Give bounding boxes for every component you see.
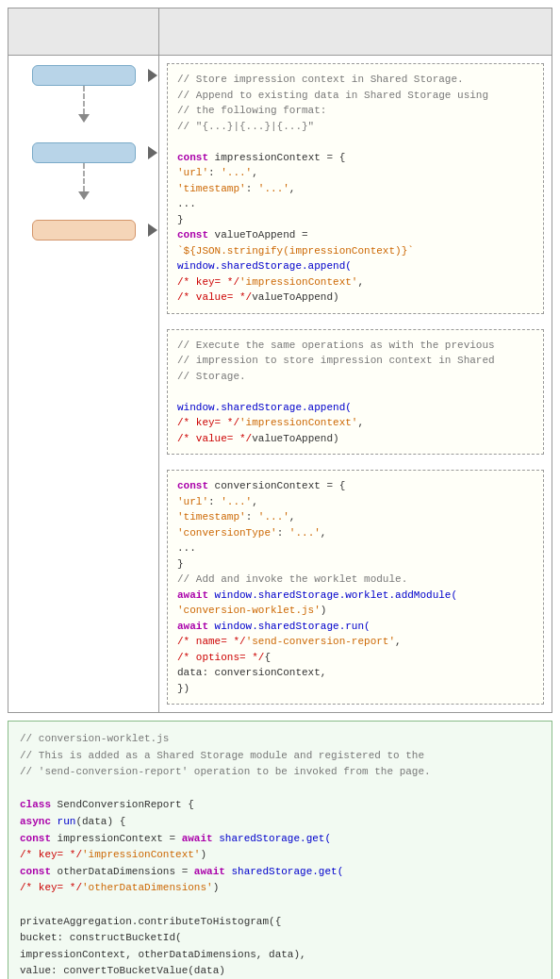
journey-item-0 <box>32 65 136 86</box>
journey-item-1 <box>32 142 136 163</box>
journey-layout <box>8 56 158 712</box>
code-block-0: // Store impression context in Shared St… <box>167 63 544 314</box>
dashed-seg-1 <box>83 86 85 114</box>
arrow-right-0 <box>148 69 157 82</box>
connector-1 <box>78 86 90 142</box>
arrow-right-2 <box>148 224 157 237</box>
arrow-down-2 <box>78 191 90 200</box>
journey-item-2 <box>32 220 136 241</box>
left-column <box>8 8 159 712</box>
arrow-down-1 <box>78 114 90 123</box>
code-block-1: // Execute the same operations as with t… <box>167 329 544 456</box>
code-block-2: const conversionContext = { 'url': '...'… <box>167 470 544 705</box>
connector-2 <box>78 163 90 220</box>
left-header <box>8 8 158 56</box>
dashed-seg-2 <box>83 163 85 191</box>
bottom-section: // conversion-worklet.js// This is added… <box>8 721 552 979</box>
right-column: // Store impression context in Shared St… <box>159 8 552 712</box>
right-header <box>159 8 552 56</box>
arrow-right-1 <box>148 146 157 159</box>
main-container: // Store impression context in Shared St… <box>0 0 560 979</box>
code-blocks-container: // Store impression context in Shared St… <box>159 56 552 712</box>
top-section: // Store impression context in Shared St… <box>8 8 552 713</box>
